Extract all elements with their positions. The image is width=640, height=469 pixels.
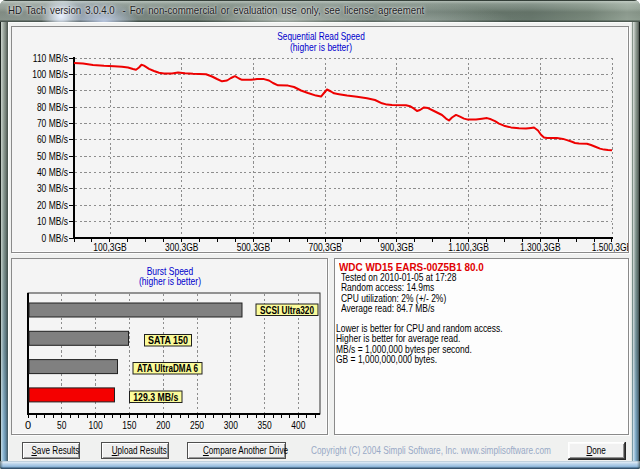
svg-text:900,3GB: 900,3GB [380,241,413,252]
svg-text:70 MB/s: 70 MB/s [37,117,68,129]
svg-text:ATA UltraDMA 6: ATA UltraDMA 6 [137,363,198,374]
svg-text:110 MB/s: 110 MB/s [33,52,69,64]
svg-text:10 MB/s: 10 MB/s [37,215,68,227]
svg-text:1.500,3GB: 1.500,3GB [592,241,628,252]
svg-text:(higher is better): (higher is better) [290,41,352,53]
svg-text:500,3GB: 500,3GB [237,241,270,252]
svg-text:1.300,3GB: 1.300,3GB [520,241,561,252]
svg-text:0 MB/s: 0 MB/s [42,232,69,244]
svg-text:200: 200 [156,419,170,431]
svg-text:50: 50 [57,419,66,431]
svg-text:700,3GB: 700,3GB [309,241,342,252]
svg-text:1.100,3GB: 1.100,3GB [448,241,489,252]
svg-text:300: 300 [224,419,238,431]
svg-text:SCSI Ultra320: SCSI Ultra320 [260,305,314,316]
svg-text:20 MB/s: 20 MB/s [37,199,68,211]
svg-text:300,3GB: 300,3GB [165,241,198,252]
svg-text:50 MB/s: 50 MB/s [37,150,68,162]
svg-text:129.3 MB/s: 129.3 MB/s [133,392,178,403]
svg-text:90 MB/s: 90 MB/s [37,84,68,96]
svg-text:SATA 150: SATA 150 [148,335,188,346]
svg-text:40 MB/s: 40 MB/s [37,166,68,178]
svg-text:100 MB/s: 100 MB/s [32,68,68,80]
svg-text:250: 250 [190,419,204,431]
svg-text:100: 100 [89,419,103,431]
svg-text:150: 150 [122,419,136,431]
svg-text:100,3GB: 100,3GB [93,241,126,252]
svg-text:60 MB/s: 60 MB/s [37,133,68,145]
svg-text:30 MB/s: 30 MB/s [37,182,68,194]
svg-text:400: 400 [291,419,305,431]
svg-text:350: 350 [258,419,272,431]
svg-text:(higher is better): (higher is better) [139,275,201,287]
svg-text:0: 0 [25,419,31,431]
svg-text:80 MB/s: 80 MB/s [37,101,68,113]
